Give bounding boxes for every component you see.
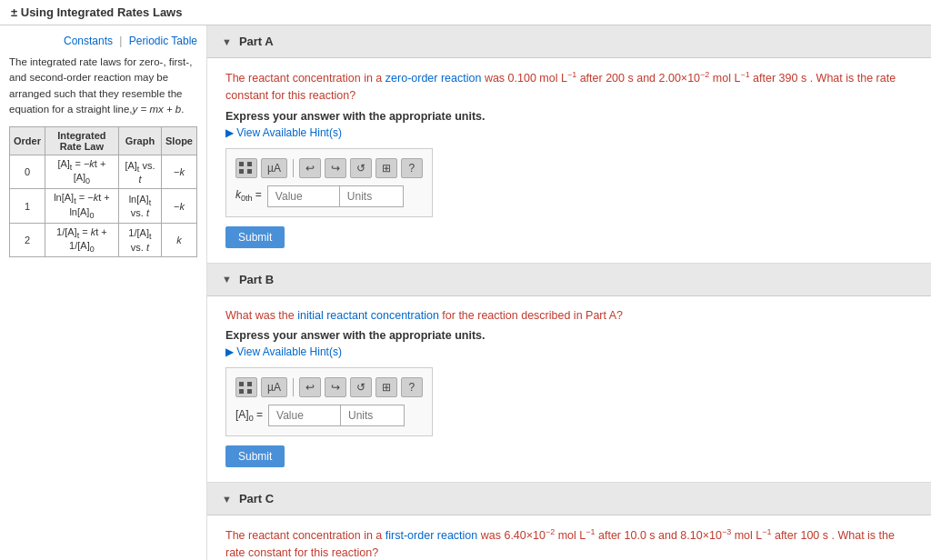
undo-button-b[interactable]: ↩ — [299, 377, 321, 397]
sep-a — [293, 159, 294, 177]
help-button-a[interactable]: ? — [401, 158, 423, 178]
part-a-express: Express your answer with the appropriate… — [225, 110, 913, 123]
part-a-value-input[interactable] — [267, 185, 340, 207]
page-header: ± Using Integrated Rates Laws — [0, 0, 931, 25]
part-a-toolbar: µA ↩ ↪ ↺ ⊞ — [235, 158, 423, 178]
part-b-body: What was the initial reactant concentrat… — [207, 296, 931, 484]
page-title: ± Using Integrated Rates Laws — [11, 5, 182, 19]
table-row: 2 1/[A]t = kt + 1/[A]0 1/[A]t vs. t k — [10, 223, 197, 256]
grid-button-b[interactable] — [235, 377, 257, 397]
part-a-units-input[interactable] — [340, 185, 404, 207]
content-area: ▼ Part A The reactant concentration in a… — [207, 25, 931, 560]
reset-button-b[interactable]: ↺ — [350, 377, 372, 397]
part-a-section: ▼ Part A The reactant concentration in a… — [207, 25, 931, 264]
part-b-value-input[interactable] — [268, 405, 341, 426]
part-b-toolbar: µA ↩ ↪ ↺ ⊞ — [235, 377, 423, 397]
reset-button-a[interactable]: ↺ — [350, 158, 372, 178]
part-b-submit[interactable]: Submit — [225, 445, 285, 467]
collapse-arrow-a: ▼ — [222, 36, 232, 47]
sidebar: Constants | Periodic Table The integrate… — [0, 25, 207, 560]
part-a-header[interactable]: ▼ Part A — [207, 25, 931, 58]
part-b-units-input[interactable] — [341, 405, 405, 426]
col-order: Order — [10, 127, 45, 155]
part-a-submit[interactable]: Submit — [225, 226, 285, 248]
help-button-b[interactable]: ? — [401, 377, 423, 397]
part-b-input-label: [A]0 = — [235, 408, 263, 423]
part-a-answer-box: µA ↩ ↪ ↺ ⊞ — [225, 148, 433, 217]
part-c-section: ▼ Part C The reactant concentration in a… — [207, 483, 931, 560]
table-row: 1 ln[A]t = −kt + ln[A]0 ln[A]t vs. t −k — [10, 189, 197, 223]
periodic-table-link[interactable]: Periodic Table — [129, 35, 197, 47]
grid-button-a[interactable] — [235, 158, 257, 178]
rate-table: Order Integrated Rate Law Graph Slope 0 … — [9, 126, 197, 257]
col-graph: Graph — [118, 127, 161, 155]
part-c-header[interactable]: ▼ Part C — [207, 483, 931, 515]
col-slope: Slope — [162, 127, 197, 155]
sidebar-description: The integrated rate laws for zero-, firs… — [9, 55, 197, 117]
part-c-body: The reactant concentration in a first-or… — [207, 515, 931, 560]
part-b-answer-box: µA ↩ ↪ ↺ ⊞ — [225, 367, 433, 436]
mu-button-b[interactable]: µA — [261, 377, 287, 397]
separator: | — [119, 35, 122, 47]
part-a-hint[interactable]: ▶ View Available Hint(s) — [225, 126, 913, 139]
part-a-input-row: k0th = — [235, 185, 423, 207]
part-b-label: Part B — [239, 273, 274, 286]
part-b-express: Express your answer with the appropriate… — [225, 329, 913, 342]
part-b-section: ▼ Part B What was the initial reactant c… — [207, 264, 931, 484]
table-row: 0 [A]t = −kt + [A]0 [A]t vs. t −k — [10, 155, 197, 189]
part-b-hint[interactable]: ▶ View Available Hint(s) — [225, 345, 913, 358]
part-b-input-row: [A]0 = — [235, 405, 423, 426]
collapse-arrow-c: ▼ — [222, 494, 232, 505]
part-c-question: The reactant concentration in a first-or… — [225, 526, 913, 560]
mu-button-a[interactable]: µA — [261, 158, 287, 178]
keyboard-button-b[interactable]: ⊞ — [375, 377, 397, 397]
redo-button-b[interactable]: ↪ — [325, 377, 346, 397]
part-a-question: The reactant concentration in a zero-ord… — [225, 69, 913, 105]
part-b-header[interactable]: ▼ Part B — [207, 264, 931, 296]
part-a-input-label: k0th = — [235, 188, 262, 203]
constants-link[interactable]: Constants — [64, 35, 113, 47]
part-a-body: The reactant concentration in a zero-ord… — [207, 58, 931, 264]
part-a-label: Part A — [239, 35, 274, 48]
redo-button-a[interactable]: ↪ — [325, 158, 346, 178]
sep-b — [293, 378, 294, 396]
undo-button-a[interactable]: ↩ — [299, 158, 321, 178]
collapse-arrow-b: ▼ — [222, 274, 232, 285]
part-c-label: Part C — [239, 492, 274, 505]
keyboard-button-a[interactable]: ⊞ — [375, 158, 397, 178]
part-b-question: What was the initial reactant concentrat… — [225, 307, 913, 325]
col-law: Integrated Rate Law — [45, 127, 118, 155]
